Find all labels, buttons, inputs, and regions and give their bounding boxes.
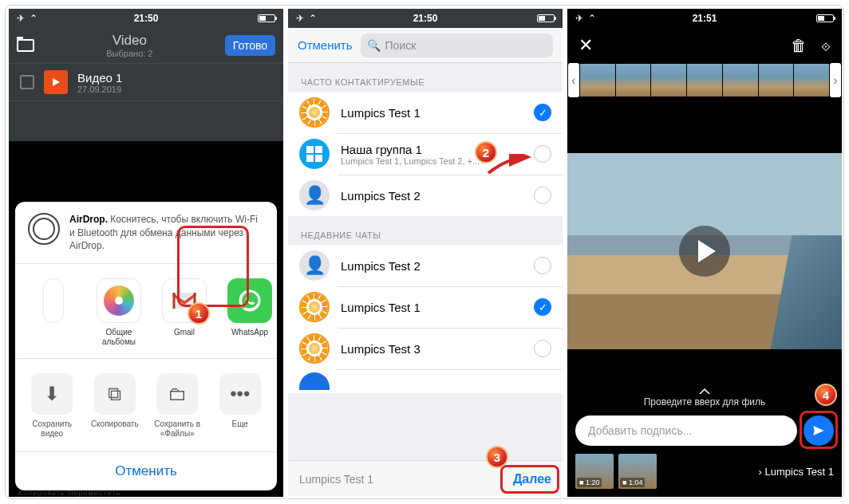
contact-row[interactable]: Lumpics Test 1 ✓	[288, 286, 563, 328]
section-recent-header: НЕДАВНИЕ ЧАТЫ	[288, 216, 563, 245]
video-list-item[interactable]: Видео 1 27.09.2019	[9, 63, 283, 101]
status-time: 21:50	[352, 13, 499, 24]
avatar	[299, 292, 330, 322]
annotation-badge-2: 2	[475, 141, 497, 163]
avatar	[299, 139, 330, 169]
folder-icon[interactable]	[17, 39, 34, 52]
recipient-chip[interactable]: › Lumpics Test 1	[759, 466, 834, 478]
contact-row[interactable]: 👤 Lumpics Test 2	[288, 245, 563, 286]
airplane-icon: ✈︎	[17, 13, 25, 24]
close-icon[interactable]: ✕	[579, 35, 593, 56]
annotation-badge-1: 1	[188, 302, 210, 325]
search-input[interactable]: 🔍Поиск	[361, 33, 553, 57]
whatsapp-icon	[227, 278, 272, 323]
caption-placeholder: Добавить подпись...	[588, 424, 692, 437]
swipe-up-hint: Проведите вверх для филь	[575, 388, 834, 411]
footer-bar: Lumpics Test 1 Далее	[288, 460, 563, 497]
checkbox-checked-icon[interactable]: ✓	[534, 298, 551, 316]
media-thumb: ■ 1:04	[618, 454, 657, 489]
done-button[interactable]: Готово	[225, 35, 275, 56]
trim-handle-left[interactable]: ‹	[568, 63, 579, 97]
avatar: 👤	[299, 180, 330, 211]
search-placeholder: Поиск	[385, 39, 417, 52]
contact-name: Lumpics Test 1	[341, 106, 523, 120]
search-icon: 🔍	[367, 39, 381, 52]
camcorder-icon: ■	[622, 478, 626, 486]
wifi-icon: ⌃	[309, 13, 317, 24]
contact-row[interactable]: Lumpics Test 3	[288, 328, 563, 369]
action-copy[interactable]: ⧉Скопировать	[86, 373, 144, 439]
selection-count: Выбрано: 2	[106, 49, 152, 58]
share-app-whatsapp[interactable]: WhatsApp	[219, 278, 277, 347]
action-save-files[interactable]: 🗀Сохранить в «Файлы»	[148, 373, 207, 439]
airplane-icon: ✈︎	[296, 13, 304, 24]
checkbox[interactable]	[20, 75, 34, 89]
action-more[interactable]: •••Еще	[211, 373, 270, 439]
video-thumb-icon	[44, 70, 68, 94]
airdrop-icon	[28, 213, 60, 245]
action-save-video[interactable]: ⬇︎Сохранить видео	[23, 373, 81, 439]
selected-label: Lumpics Test 1	[299, 473, 373, 486]
next-button[interactable]: Далее	[513, 472, 551, 486]
caption-input[interactable]: Добавить подпись...	[575, 415, 797, 446]
video-trim-strip[interactable]: ‹ ›	[567, 63, 842, 97]
folder-save-icon: 🗀	[156, 373, 198, 415]
status-time: 21:50	[73, 13, 219, 24]
battery-icon	[258, 14, 275, 22]
checkbox-unchecked-icon[interactable]	[534, 187, 551, 204]
avatar	[299, 333, 330, 364]
contact-row[interactable]: Lumpics Test 1 ✓	[288, 92, 563, 133]
section-frequent-header: ЧАСТО КОНТАКТИРУЕМЫЕ	[288, 63, 563, 92]
wifi-icon: ⌃	[588, 13, 596, 24]
checkbox-checked-icon[interactable]: ✓	[534, 104, 551, 121]
video-preview[interactable]	[567, 153, 842, 349]
checkbox-unchecked-icon[interactable]	[534, 257, 551, 274]
video-date: 27.09.2019	[77, 85, 122, 94]
status-bar: ✈︎⌃ 21:50	[288, 9, 563, 28]
contact-row-partial[interactable]	[288, 369, 563, 393]
send-button[interactable]	[804, 415, 834, 446]
checkbox-unchecked-icon[interactable]	[534, 340, 551, 357]
share-app-photos[interactable]: Общие альбомы	[89, 278, 149, 347]
wifi-icon: ⌃	[30, 13, 38, 24]
airdrop-row[interactable]: AirDrop. Коснитесь, чтобы включить Wi-Fi…	[15, 202, 277, 264]
play-icon[interactable]	[679, 226, 730, 277]
share-sheet: AirDrop. Коснитесь, чтобы включить Wi-Fi…	[15, 202, 277, 490]
media-thumb[interactable]: ■ 1:20	[575, 454, 614, 489]
annotation-badge-3: 3	[486, 446, 508, 468]
more-icon: •••	[219, 373, 261, 415]
cancel-button[interactable]: Отменить	[298, 38, 353, 52]
contact-name: Lumpics Test 1	[341, 301, 523, 314]
status-bar: ✈︎⌃ 21:50	[9, 9, 283, 28]
airplane-icon: ✈︎	[575, 13, 583, 24]
battery-icon	[816, 14, 834, 22]
airdrop-bold: AirDrop.	[69, 214, 108, 225]
camcorder-icon: ■	[579, 478, 583, 486]
cancel-button[interactable]: Отменить	[15, 452, 277, 490]
photos-icon	[97, 278, 141, 323]
status-time: 21:51	[631, 13, 778, 24]
crop-icon[interactable]: ⟐	[821, 37, 831, 55]
contact-row[interactable]: 👤 Lumpics Test 2	[288, 175, 563, 216]
battery-icon	[537, 14, 555, 22]
contact-name: Lumpics Test 2	[341, 259, 523, 273]
download-icon: ⬇︎	[31, 373, 73, 415]
trash-icon[interactable]: 🗑	[791, 37, 807, 55]
trim-handle-right[interactable]: ›	[830, 63, 841, 97]
share-app-partial-left[interactable]	[23, 278, 84, 347]
avatar	[299, 97, 330, 128]
page-title: Video	[106, 33, 152, 49]
video-name: Видео 1	[77, 71, 122, 85]
contact-name: Lumpics Test 2	[341, 189, 523, 203]
avatar	[299, 372, 330, 390]
checkbox-unchecked-icon[interactable]	[534, 145, 551, 163]
annotation-badge-4: 4	[815, 384, 837, 406]
avatar: 👤	[299, 250, 330, 281]
copy-icon: ⧉	[94, 373, 136, 415]
contact-name: Lumpics Test 3	[341, 342, 523, 356]
status-bar: ✈︎⌃ 21:51	[567, 9, 842, 28]
